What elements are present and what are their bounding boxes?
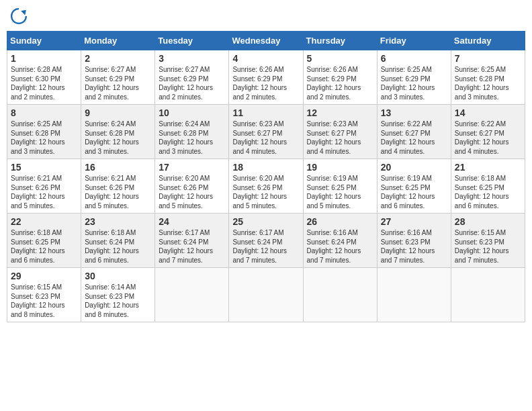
calendar-week-row: 8Sunrise: 6:25 AMSunset: 6:28 PMDaylight…	[7, 105, 525, 159]
day-detail: Sunrise: 6:22 AMSunset: 6:27 PMDaylight:…	[381, 120, 447, 156]
day-detail: Sunrise: 6:18 AMSunset: 6:25 PMDaylight:…	[11, 228, 77, 265]
day-detail: Sunrise: 6:21 AMSunset: 6:26 PMDaylight:…	[11, 174, 77, 210]
header-day-tuesday: Tuesday	[155, 32, 229, 50]
calendar-cell: 1Sunrise: 6:28 AMSunset: 6:30 PMDaylight…	[7, 50, 81, 105]
day-detail: Sunrise: 6:20 AMSunset: 6:26 PMDaylight:…	[232, 174, 299, 210]
day-number: 3	[159, 53, 225, 64]
logo	[9, 7, 31, 26]
day-number: 12	[307, 107, 373, 118]
day-number: 30	[85, 271, 151, 281]
day-number: 19	[307, 162, 373, 173]
calendar-header-row: SundayMondayTuesdayWednesdayThursdayFrid…	[7, 32, 525, 50]
day-detail: Sunrise: 6:24 AMSunset: 6:28 PMDaylight:…	[159, 120, 225, 156]
day-number: 24	[159, 216, 225, 227]
calendar-cell: 13Sunrise: 6:22 AMSunset: 6:27 PMDayligh…	[377, 105, 451, 159]
calendar-cell: 9Sunrise: 6:24 AMSunset: 6:28 PMDaylight…	[81, 105, 155, 159]
day-number: 25	[232, 216, 299, 227]
day-number: 15	[11, 162, 77, 173]
day-detail: Sunrise: 6:21 AMSunset: 6:26 PMDaylight:…	[85, 174, 151, 210]
calendar-cell: 20Sunrise: 6:19 AMSunset: 6:25 PMDayligh…	[377, 159, 451, 214]
calendar-cell: 21Sunrise: 6:18 AMSunset: 6:25 PMDayligh…	[451, 159, 525, 214]
calendar-cell: 10Sunrise: 6:24 AMSunset: 6:28 PMDayligh…	[155, 105, 229, 159]
day-detail: Sunrise: 6:25 AMSunset: 6:28 PMDaylight:…	[455, 65, 521, 101]
day-number: 21	[455, 162, 521, 173]
day-number: 8	[11, 107, 77, 118]
day-detail: Sunrise: 6:16 AMSunset: 6:23 PMDaylight:…	[381, 228, 447, 265]
calendar-cell: 12Sunrise: 6:23 AMSunset: 6:27 PMDayligh…	[303, 105, 377, 159]
day-detail: Sunrise: 6:23 AMSunset: 6:27 PMDaylight:…	[307, 120, 373, 156]
day-number: 9	[85, 107, 151, 118]
calendar-cell: 6Sunrise: 6:25 AMSunset: 6:29 PMDaylight…	[377, 50, 451, 105]
header-day-monday: Monday	[81, 32, 155, 50]
day-number: 2	[85, 53, 151, 64]
header-day-sunday: Sunday	[7, 32, 81, 50]
day-number: 23	[85, 216, 151, 227]
day-number: 10	[159, 107, 225, 118]
calendar-cell: 7Sunrise: 6:25 AMSunset: 6:28 PMDaylight…	[451, 50, 525, 105]
day-detail: Sunrise: 6:26 AMSunset: 6:29 PMDaylight:…	[232, 65, 299, 101]
day-detail: Sunrise: 6:22 AMSunset: 6:27 PMDaylight:…	[455, 120, 521, 156]
day-detail: Sunrise: 6:25 AMSunset: 6:29 PMDaylight:…	[381, 65, 447, 101]
day-number: 26	[307, 216, 373, 227]
calendar-cell: 28Sunrise: 6:15 AMSunset: 6:23 PMDayligh…	[451, 214, 525, 268]
header-day-saturday: Saturday	[451, 32, 525, 50]
calendar-cell: 29Sunrise: 6:15 AMSunset: 6:23 PMDayligh…	[7, 268, 81, 322]
header-day-friday: Friday	[377, 32, 451, 50]
calendar-table: SundayMondayTuesdayWednesdayThursdayFrid…	[7, 31, 525, 322]
calendar-week-row: 15Sunrise: 6:21 AMSunset: 6:26 PMDayligh…	[7, 159, 525, 214]
calendar-cell	[377, 268, 451, 322]
calendar-cell: 15Sunrise: 6:21 AMSunset: 6:26 PMDayligh…	[7, 159, 81, 214]
calendar-cell: 2Sunrise: 6:27 AMSunset: 6:29 PMDaylight…	[81, 50, 155, 105]
day-number: 5	[307, 53, 373, 64]
day-number: 16	[85, 162, 151, 173]
calendar-week-row: 1Sunrise: 6:28 AMSunset: 6:30 PMDaylight…	[7, 50, 525, 105]
day-number: 1	[11, 53, 77, 64]
calendar-cell	[229, 268, 303, 322]
day-number: 11	[232, 107, 299, 118]
calendar-week-row: 29Sunrise: 6:15 AMSunset: 6:23 PMDayligh…	[7, 268, 525, 322]
day-number: 28	[455, 216, 521, 227]
calendar-cell: 18Sunrise: 6:20 AMSunset: 6:26 PMDayligh…	[229, 159, 303, 214]
day-number: 22	[11, 216, 77, 227]
day-number: 14	[455, 107, 521, 118]
day-detail: Sunrise: 6:20 AMSunset: 6:26 PMDaylight:…	[159, 174, 225, 210]
calendar-cell: 17Sunrise: 6:20 AMSunset: 6:26 PMDayligh…	[155, 159, 229, 214]
day-number: 4	[232, 53, 299, 64]
calendar-cell: 23Sunrise: 6:18 AMSunset: 6:24 PMDayligh…	[81, 214, 155, 268]
day-number: 6	[381, 53, 447, 64]
day-number: 27	[381, 216, 447, 227]
calendar-cell: 3Sunrise: 6:27 AMSunset: 6:29 PMDaylight…	[155, 50, 229, 105]
day-detail: Sunrise: 6:14 AMSunset: 6:23 PMDaylight:…	[85, 283, 151, 319]
calendar-cell: 5Sunrise: 6:26 AMSunset: 6:29 PMDaylight…	[303, 50, 377, 105]
day-detail: Sunrise: 6:23 AMSunset: 6:27 PMDaylight:…	[232, 120, 299, 156]
day-number: 7	[455, 53, 521, 64]
calendar-cell	[451, 268, 525, 322]
day-detail: Sunrise: 6:27 AMSunset: 6:29 PMDaylight:…	[159, 65, 225, 101]
day-detail: Sunrise: 6:27 AMSunset: 6:29 PMDaylight:…	[85, 65, 151, 101]
calendar-cell: 26Sunrise: 6:16 AMSunset: 6:24 PMDayligh…	[303, 214, 377, 268]
calendar-cell: 4Sunrise: 6:26 AMSunset: 6:29 PMDaylight…	[229, 50, 303, 105]
day-detail: Sunrise: 6:15 AMSunset: 6:23 PMDaylight:…	[11, 283, 77, 319]
calendar-cell: 14Sunrise: 6:22 AMSunset: 6:27 PMDayligh…	[451, 105, 525, 159]
calendar-cell	[303, 268, 377, 322]
calendar-cell: 8Sunrise: 6:25 AMSunset: 6:28 PMDaylight…	[7, 105, 81, 159]
day-detail: Sunrise: 6:17 AMSunset: 6:24 PMDaylight:…	[159, 228, 225, 265]
day-detail: Sunrise: 6:18 AMSunset: 6:25 PMDaylight:…	[455, 174, 521, 210]
day-detail: Sunrise: 6:24 AMSunset: 6:28 PMDaylight:…	[85, 120, 151, 156]
calendar-cell: 16Sunrise: 6:21 AMSunset: 6:26 PMDayligh…	[81, 159, 155, 214]
header-day-thursday: Thursday	[303, 32, 377, 50]
day-number: 13	[381, 107, 447, 118]
day-number: 20	[381, 162, 447, 173]
day-detail: Sunrise: 6:19 AMSunset: 6:25 PMDaylight:…	[307, 174, 373, 210]
calendar-cell: 27Sunrise: 6:16 AMSunset: 6:23 PMDayligh…	[377, 214, 451, 268]
day-detail: Sunrise: 6:19 AMSunset: 6:25 PMDaylight:…	[381, 174, 447, 210]
calendar-cell: 19Sunrise: 6:19 AMSunset: 6:25 PMDayligh…	[303, 159, 377, 214]
day-detail: Sunrise: 6:16 AMSunset: 6:24 PMDaylight:…	[307, 228, 373, 265]
calendar-cell: 24Sunrise: 6:17 AMSunset: 6:24 PMDayligh…	[155, 214, 229, 268]
day-detail: Sunrise: 6:25 AMSunset: 6:28 PMDaylight:…	[11, 120, 77, 156]
calendar-cell: 30Sunrise: 6:14 AMSunset: 6:23 PMDayligh…	[81, 268, 155, 322]
day-detail: Sunrise: 6:18 AMSunset: 6:24 PMDaylight:…	[85, 228, 151, 265]
header-day-wednesday: Wednesday	[229, 32, 303, 50]
day-detail: Sunrise: 6:26 AMSunset: 6:29 PMDaylight:…	[307, 65, 373, 101]
day-number: 29	[11, 271, 77, 281]
